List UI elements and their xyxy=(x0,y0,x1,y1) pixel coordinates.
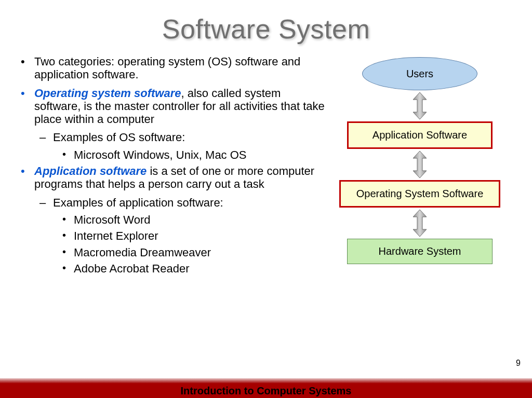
emph-os-software: Operating system software xyxy=(34,87,181,100)
slide-title: Software System xyxy=(0,0,532,45)
layer-diagram: Users Application Software Op xyxy=(326,57,513,264)
diagram-node-os-software: Operating System Software xyxy=(339,180,500,208)
diagram-node-users: Users xyxy=(362,57,477,90)
slide: Software System Two categories: operatin… xyxy=(0,0,532,398)
diagram-node-hardware: Hardware System xyxy=(347,239,493,264)
double-arrow-icon xyxy=(412,210,428,237)
slide-body: Two categories: operating system (OS) so… xyxy=(0,45,532,278)
bullet-os-example-1: Microsoft Windows, Unix, Mac OS xyxy=(20,148,326,161)
bullet-app-software: Application software is a set of one or … xyxy=(20,164,326,191)
diagram-node-app-software: Application Software xyxy=(347,121,493,149)
svg-marker-1 xyxy=(413,151,427,178)
bullet-app-example-4: Adobe Acrobat Reader xyxy=(20,262,326,275)
bullet-os-software: Operating system software, also called s… xyxy=(20,87,326,126)
svg-marker-0 xyxy=(413,92,427,119)
page-number: 9 xyxy=(516,359,521,368)
emph-app-software: Application software xyxy=(34,164,147,177)
bullet-os-examples-label: Examples of OS software: xyxy=(20,131,326,144)
bullet-app-example-1: Microsoft Word xyxy=(20,213,326,226)
footer-gradient xyxy=(0,378,532,383)
bullet-app-examples-label: Examples of application software: xyxy=(20,196,326,209)
bullet-app-example-3: Macromedia Dreamweaver xyxy=(20,246,326,259)
double-arrow-icon xyxy=(412,92,428,119)
bullet-column: Two categories: operating system (OS) so… xyxy=(20,55,326,278)
footer-text: Introduction to Computer Systems xyxy=(0,383,532,398)
svg-marker-2 xyxy=(413,210,427,237)
diagram-column: Users Application Software Op xyxy=(326,55,513,278)
slide-footer: Introduction to Computer Systems xyxy=(0,378,532,398)
bullet-categories: Two categories: operating system (OS) so… xyxy=(20,55,326,81)
double-arrow-icon xyxy=(412,151,428,178)
bullet-app-example-2: Internet Explorer xyxy=(20,229,326,242)
